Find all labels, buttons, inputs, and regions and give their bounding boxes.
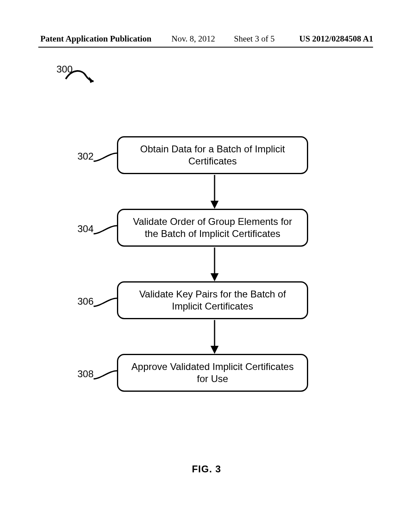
header-rule	[38, 47, 373, 48]
svg-marker-6	[211, 346, 219, 354]
leader-line-icon	[93, 369, 118, 380]
svg-marker-4	[211, 273, 219, 281]
step-label-304: 304	[77, 223, 94, 235]
flow-box-text: Approve Validated Implicit Certificates …	[125, 361, 300, 385]
down-arrow-icon	[210, 247, 219, 281]
flow-box-302: Obtain Data for a Batch of Implicit Cert…	[117, 136, 308, 174]
header-sheet: Sheet 3 of 5	[234, 34, 275, 44]
header-date: Nov. 8, 2012	[171, 34, 215, 44]
step-label-302: 302	[77, 151, 94, 162]
leader-line-icon	[93, 224, 118, 235]
header-publication: Patent Application Publication	[40, 34, 151, 44]
flow-box-text: Validate Key Pairs for the Batch of Impl…	[125, 288, 300, 312]
flow-box-308: Approve Validated Implicit Certificates …	[117, 354, 308, 392]
leader-line-icon	[93, 152, 118, 163]
svg-marker-2	[211, 201, 219, 209]
leader-line-icon	[93, 297, 118, 308]
figure-caption: FIG. 3	[0, 463, 413, 475]
flow-box-text: Validate Order of Group Elements for the…	[125, 216, 300, 240]
header-appnum: US 2012/0284508 A1	[299, 34, 373, 44]
down-arrow-icon	[210, 175, 219, 209]
step-label-306: 306	[77, 296, 94, 307]
flow-box-306: Validate Key Pairs for the Batch of Impl…	[117, 281, 308, 319]
step-label-308: 308	[77, 368, 94, 380]
flow-box-304: Validate Order of Group Elements for the…	[117, 209, 308, 247]
down-arrow-icon	[210, 320, 219, 354]
patent-page: Patent Application Publication Nov. 8, 2…	[0, 0, 413, 532]
curvy-arrow-icon	[64, 67, 100, 87]
flow-box-text: Obtain Data for a Batch of Implicit Cert…	[125, 143, 300, 167]
